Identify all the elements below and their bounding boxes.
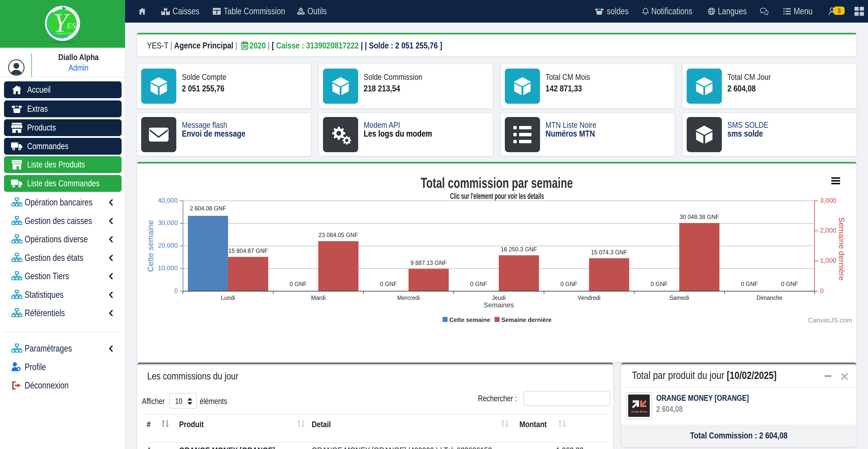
svg-text:0 GNF: 0 GNF bbox=[560, 281, 578, 287]
svg-text:ES: ES bbox=[67, 21, 76, 30]
svg-text:Mercredi: Mercredi bbox=[397, 295, 420, 301]
svg-text:1,000: 1,000 bbox=[820, 257, 836, 264]
svg-text:Lundi: Lundi bbox=[221, 295, 235, 301]
svg-text:2,000: 2,000 bbox=[820, 226, 836, 234]
svg-text:Semaine dernière: Semaine dernière bbox=[837, 217, 846, 281]
svg-text:TRANSFERT: TRANSFERT bbox=[56, 32, 72, 35]
svg-text:0 GNF: 0 GNF bbox=[380, 281, 397, 287]
svg-text:CanvasJS.com: CanvasJS.com bbox=[808, 316, 852, 324]
svg-text:20,000: 20,000 bbox=[158, 242, 178, 249]
svg-text:Vendredi: Vendredi bbox=[578, 295, 600, 301]
svg-text:15 074.3 GNF: 15 074.3 GNF bbox=[591, 249, 627, 256]
svg-text:Mardi: Mardi bbox=[311, 295, 326, 301]
svg-text:3,000: 3,000 bbox=[820, 197, 836, 204]
svg-text:Samedi: Samedi bbox=[670, 295, 689, 301]
svg-text:Jeudi: Jeudi bbox=[492, 295, 505, 301]
svg-text:0 GNF: 0 GNF bbox=[651, 281, 668, 287]
svg-text:Semaines: Semaines bbox=[484, 301, 514, 309]
svg-text:40,000: 40,000 bbox=[158, 197, 178, 204]
svg-text:10,000: 10,000 bbox=[158, 264, 178, 272]
svg-text:9 887.13 GNF: 9 887.13 GNF bbox=[410, 260, 446, 266]
svg-text:2 604.08 GNF: 2 604.08 GNF bbox=[190, 205, 226, 212]
svg-text:0 GNF: 0 GNF bbox=[289, 281, 307, 287]
svg-text:Dimanche: Dimanche bbox=[756, 295, 783, 301]
svg-text:30 048.38 GNF: 30 048.38 GNF bbox=[680, 214, 719, 220]
svg-text:16 250.3 GNF: 16 250.3 GNF bbox=[501, 246, 537, 253]
svg-text:15 804.87 GNF: 15 804.87 GNF bbox=[228, 248, 268, 254]
svg-text:0: 0 bbox=[174, 287, 178, 295]
svg-text:23 084.05 GNF: 23 084.05 GNF bbox=[318, 232, 358, 238]
svg-text:30,000: 30,000 bbox=[158, 219, 178, 226]
svg-text:Total commission par semaine: Total commission par semaine bbox=[421, 174, 573, 191]
svg-text:0 GNF: 0 GNF bbox=[781, 281, 798, 287]
svg-text:Orange Money: Orange Money bbox=[631, 410, 648, 413]
svg-text:Clic sur l'element pour voir l: Clic sur l'element pour voir les details bbox=[450, 191, 544, 201]
svg-text:0 GNF: 0 GNF bbox=[741, 281, 758, 287]
svg-text:Semaine dernière: Semaine dernière bbox=[501, 316, 552, 323]
svg-text:Cette semaine: Cette semaine bbox=[449, 316, 490, 323]
svg-text:0: 0 bbox=[820, 287, 824, 295]
svg-text:0 GNF: 0 GNF bbox=[470, 281, 487, 287]
svg-text:Cette semaine: Cette semaine bbox=[146, 220, 155, 272]
